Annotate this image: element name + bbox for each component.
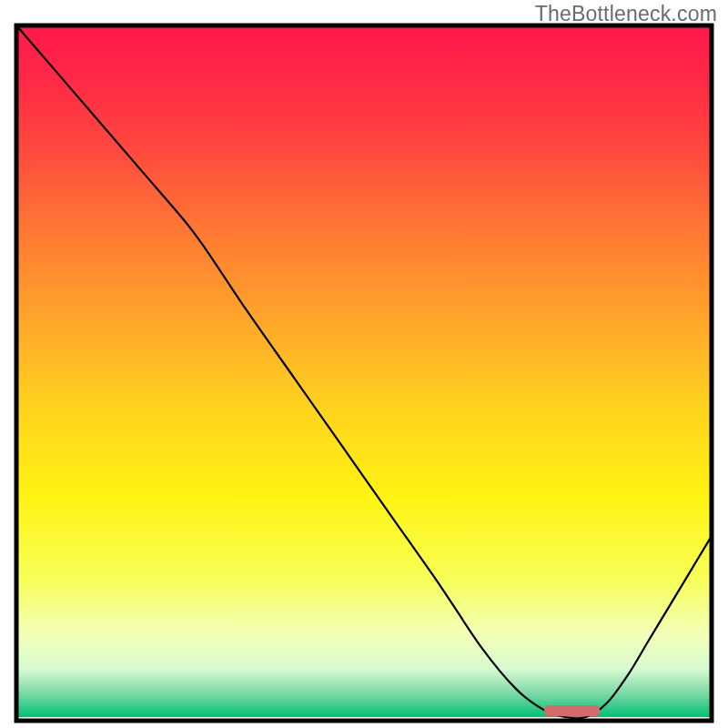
plot-area <box>14 23 714 723</box>
chart-svg <box>14 23 714 723</box>
chart-container: TheBottleneck.com <box>0 0 728 728</box>
highlight-pill <box>544 705 600 716</box>
background-gradient <box>17 26 711 717</box>
watermark-text: TheBottleneck.com <box>535 2 717 26</box>
